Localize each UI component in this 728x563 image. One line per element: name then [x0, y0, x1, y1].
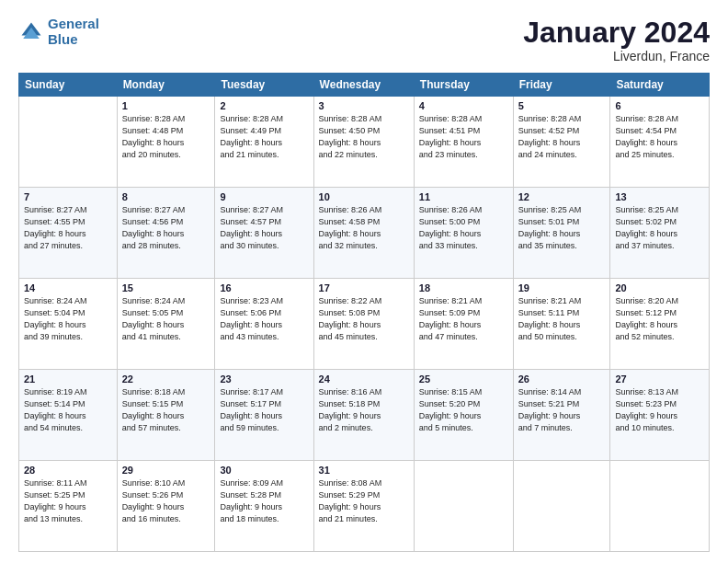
day-number: 6 — [615, 100, 704, 111]
day-number: 16 — [220, 282, 308, 293]
day-info: Sunrise: 8:23 AMSunset: 5:06 PMDaylight:… — [220, 295, 308, 343]
calendar-cell: 12Sunrise: 8:25 AMSunset: 5:01 PMDayligh… — [513, 188, 610, 279]
day-info: Sunrise: 8:09 AMSunset: 5:28 PMDaylight:… — [220, 477, 308, 525]
calendar-week-row: 28Sunrise: 8:11 AMSunset: 5:25 PMDayligh… — [19, 461, 710, 552]
calendar-cell: 23Sunrise: 8:17 AMSunset: 5:17 PMDayligh… — [215, 370, 313, 461]
calendar-cell: 5Sunrise: 8:28 AMSunset: 4:52 PMDaylight… — [513, 97, 610, 188]
day-info: Sunrise: 8:24 AMSunset: 5:05 PMDaylight:… — [122, 295, 210, 343]
day-number: 21 — [24, 373, 112, 385]
day-info: Sunrise: 8:10 AMSunset: 5:26 PMDaylight:… — [122, 477, 210, 525]
day-info: Sunrise: 8:25 AMSunset: 5:01 PMDaylight:… — [518, 204, 606, 252]
logo-text: General Blue — [48, 17, 99, 47]
calendar-cell: 21Sunrise: 8:19 AMSunset: 5:14 PMDayligh… — [19, 370, 118, 461]
calendar-cell: 25Sunrise: 8:15 AMSunset: 5:20 PMDayligh… — [414, 370, 513, 461]
calendar-cell — [19, 97, 118, 188]
weekday-header-wednesday: Wednesday — [313, 74, 414, 97]
weekday-header-saturday: Saturday — [610, 74, 710, 97]
location: Liverdun, France — [523, 49, 710, 63]
calendar-cell: 10Sunrise: 8:26 AMSunset: 4:58 PMDayligh… — [313, 188, 414, 279]
day-info: Sunrise: 8:28 AMSunset: 4:49 PMDaylight:… — [220, 113, 308, 161]
day-info: Sunrise: 8:17 AMSunset: 5:17 PMDaylight:… — [220, 386, 308, 434]
calendar-week-row: 1Sunrise: 8:28 AMSunset: 4:48 PMDaylight… — [19, 97, 710, 188]
calendar-cell: 24Sunrise: 8:16 AMSunset: 5:18 PMDayligh… — [313, 370, 414, 461]
day-number: 14 — [24, 282, 112, 293]
calendar-cell: 13Sunrise: 8:25 AMSunset: 5:02 PMDayligh… — [610, 188, 710, 279]
weekday-header-monday: Monday — [117, 74, 215, 97]
day-info: Sunrise: 8:11 AMSunset: 5:25 PMDaylight:… — [24, 477, 112, 525]
day-info: Sunrise: 8:26 AMSunset: 4:58 PMDaylight:… — [319, 204, 409, 252]
day-number: 28 — [24, 465, 112, 476]
day-number: 27 — [615, 373, 704, 385]
calendar-cell: 31Sunrise: 8:08 AMSunset: 5:29 PMDayligh… — [313, 461, 414, 552]
day-info: Sunrise: 8:28 AMSunset: 4:51 PMDaylight:… — [419, 113, 508, 161]
day-info: Sunrise: 8:22 AMSunset: 5:08 PMDaylight:… — [319, 295, 409, 343]
day-number: 3 — [319, 100, 409, 111]
day-info: Sunrise: 8:19 AMSunset: 5:14 PMDaylight:… — [24, 386, 112, 434]
day-number: 26 — [518, 373, 606, 385]
calendar-cell: 9Sunrise: 8:27 AMSunset: 4:57 PMDaylight… — [215, 188, 313, 279]
calendar-cell: 2Sunrise: 8:28 AMSunset: 4:49 PMDaylight… — [215, 97, 313, 188]
calendar-cell: 17Sunrise: 8:22 AMSunset: 5:08 PMDayligh… — [313, 279, 414, 370]
logo-line1: General — [48, 16, 99, 31]
logo-icon — [18, 19, 44, 45]
calendar-week-row: 21Sunrise: 8:19 AMSunset: 5:14 PMDayligh… — [19, 370, 710, 461]
day-info: Sunrise: 8:28 AMSunset: 4:48 PMDaylight:… — [122, 113, 210, 161]
calendar-cell — [513, 461, 610, 552]
day-info: Sunrise: 8:16 AMSunset: 5:18 PMDaylight:… — [319, 386, 409, 434]
calendar-cell: 15Sunrise: 8:24 AMSunset: 5:05 PMDayligh… — [117, 279, 215, 370]
day-number: 5 — [518, 100, 606, 111]
day-number: 10 — [319, 191, 409, 202]
day-number: 12 — [518, 191, 606, 202]
calendar-cell: 4Sunrise: 8:28 AMSunset: 4:51 PMDaylight… — [414, 97, 513, 188]
calendar-cell — [610, 461, 710, 552]
day-number: 9 — [220, 191, 308, 202]
day-number: 18 — [419, 282, 508, 293]
calendar-cell: 29Sunrise: 8:10 AMSunset: 5:26 PMDayligh… — [117, 461, 215, 552]
day-number: 2 — [220, 100, 308, 111]
calendar-cell: 16Sunrise: 8:23 AMSunset: 5:06 PMDayligh… — [215, 279, 313, 370]
day-number: 29 — [122, 465, 210, 476]
day-number: 24 — [319, 373, 409, 385]
calendar-cell: 19Sunrise: 8:21 AMSunset: 5:11 PMDayligh… — [513, 279, 610, 370]
day-number: 30 — [220, 465, 308, 476]
calendar-cell: 20Sunrise: 8:20 AMSunset: 5:12 PMDayligh… — [610, 279, 710, 370]
day-number: 1 — [122, 100, 210, 111]
calendar-cell: 11Sunrise: 8:26 AMSunset: 5:00 PMDayligh… — [414, 188, 513, 279]
day-number: 19 — [518, 282, 606, 293]
calendar-table: SundayMondayTuesdayWednesdayThursdayFrid… — [18, 73, 710, 552]
day-number: 15 — [122, 282, 210, 293]
month-title: January 2024 — [523, 17, 710, 49]
day-number: 25 — [419, 373, 508, 385]
calendar-body: 1Sunrise: 8:28 AMSunset: 4:48 PMDaylight… — [19, 97, 710, 552]
calendar-week-row: 7Sunrise: 8:27 AMSunset: 4:55 PMDaylight… — [19, 188, 710, 279]
day-info: Sunrise: 8:28 AMSunset: 4:50 PMDaylight:… — [319, 113, 409, 161]
day-info: Sunrise: 8:25 AMSunset: 5:02 PMDaylight:… — [615, 204, 704, 252]
title-block: January 2024 Liverdun, France — [523, 17, 710, 63]
calendar-cell: 18Sunrise: 8:21 AMSunset: 5:09 PMDayligh… — [414, 279, 513, 370]
calendar-cell: 22Sunrise: 8:18 AMSunset: 5:15 PMDayligh… — [117, 370, 215, 461]
day-number: 13 — [615, 191, 704, 202]
calendar-cell: 6Sunrise: 8:28 AMSunset: 4:54 PMDaylight… — [610, 97, 710, 188]
weekday-header-thursday: Thursday — [414, 74, 513, 97]
day-number: 31 — [319, 465, 409, 476]
weekday-header-friday: Friday — [513, 74, 610, 97]
day-number: 23 — [220, 373, 308, 385]
calendar-cell: 8Sunrise: 8:27 AMSunset: 4:56 PMDaylight… — [117, 188, 215, 279]
day-info: Sunrise: 8:21 AMSunset: 5:09 PMDaylight:… — [419, 295, 508, 343]
page: General Blue January 2024 Liverdun, Fran… — [0, 0, 728, 563]
weekday-header-tuesday: Tuesday — [215, 74, 313, 97]
day-info: Sunrise: 8:13 AMSunset: 5:23 PMDaylight:… — [615, 386, 704, 434]
day-info: Sunrise: 8:26 AMSunset: 5:00 PMDaylight:… — [419, 204, 508, 252]
day-info: Sunrise: 8:28 AMSunset: 4:52 PMDaylight:… — [518, 113, 606, 161]
day-info: Sunrise: 8:15 AMSunset: 5:20 PMDaylight:… — [419, 386, 508, 434]
calendar-cell: 27Sunrise: 8:13 AMSunset: 5:23 PMDayligh… — [610, 370, 710, 461]
day-number: 17 — [319, 282, 409, 293]
day-info: Sunrise: 8:24 AMSunset: 5:04 PMDaylight:… — [24, 295, 112, 343]
day-number: 8 — [122, 191, 210, 202]
calendar-week-row: 14Sunrise: 8:24 AMSunset: 5:04 PMDayligh… — [19, 279, 710, 370]
calendar-cell: 28Sunrise: 8:11 AMSunset: 5:25 PMDayligh… — [19, 461, 118, 552]
calendar-cell: 26Sunrise: 8:14 AMSunset: 5:21 PMDayligh… — [513, 370, 610, 461]
day-number: 11 — [419, 191, 508, 202]
day-info: Sunrise: 8:27 AMSunset: 4:56 PMDaylight:… — [122, 204, 210, 252]
day-number: 22 — [122, 373, 210, 385]
